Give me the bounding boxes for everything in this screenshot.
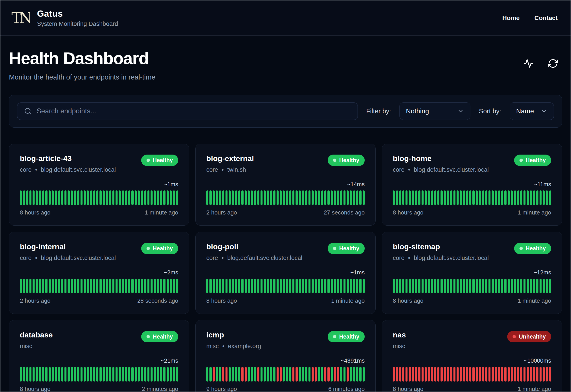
status-bar[interactable]: [23, 279, 25, 293]
status-bar[interactable]: [30, 367, 31, 381]
status-bar[interactable]: [74, 190, 76, 205]
status-bar[interactable]: [511, 367, 513, 381]
status-bar[interactable]: [406, 190, 407, 205]
status-bar[interactable]: [206, 367, 208, 381]
status-bar[interactable]: [393, 367, 395, 381]
status-bar[interactable]: [479, 279, 481, 293]
status-bar[interactable]: [26, 190, 28, 205]
endpoint-card[interactable]: icmp misc • example.org Healthy ~4391ms …: [195, 320, 376, 392]
status-bar[interactable]: [58, 190, 60, 205]
status-bar[interactable]: [80, 367, 83, 381]
status-bar[interactable]: [315, 190, 317, 205]
status-bar[interactable]: [96, 367, 98, 381]
status-bar[interactable]: [42, 279, 44, 293]
status-bar[interactable]: [444, 367, 446, 381]
status-bar[interactable]: [482, 279, 484, 293]
status-bar[interactable]: [434, 190, 436, 205]
status-bar[interactable]: [457, 190, 459, 205]
status-bar[interactable]: [440, 367, 443, 381]
status-bar[interactable]: [125, 190, 127, 205]
status-bar[interactable]: [100, 190, 102, 205]
status-bar[interactable]: [176, 190, 178, 205]
status-bar[interactable]: [453, 367, 455, 381]
status-bar[interactable]: [415, 279, 417, 293]
status-bar[interactable]: [77, 279, 79, 293]
status-bar[interactable]: [225, 367, 227, 381]
nav-link-home[interactable]: Home: [502, 14, 520, 22]
status-bar[interactable]: [141, 279, 143, 293]
status-bar[interactable]: [501, 279, 503, 293]
status-bar[interactable]: [444, 190, 446, 205]
status-bar[interactable]: [482, 190, 484, 205]
status-bar[interactable]: [160, 367, 162, 381]
status-bar[interactable]: [546, 190, 548, 205]
status-bar[interactable]: [96, 279, 98, 293]
search-input[interactable]: [37, 107, 351, 115]
status-bar[interactable]: [210, 190, 211, 205]
status-bar[interactable]: [469, 190, 471, 205]
status-bar[interactable]: [257, 367, 259, 381]
status-bar[interactable]: [428, 190, 430, 205]
status-bar[interactable]: [492, 190, 494, 205]
status-bar[interactable]: [64, 190, 66, 205]
status-bar[interactable]: [103, 279, 105, 293]
status-bar[interactable]: [131, 279, 133, 293]
status-bar[interactable]: [488, 190, 491, 205]
status-bar[interactable]: [305, 190, 307, 205]
status-bar[interactable]: [347, 190, 349, 205]
status-bar[interactable]: [498, 190, 500, 205]
status-bar[interactable]: [213, 190, 215, 205]
status-bar[interactable]: [77, 367, 79, 381]
status-bar[interactable]: [84, 367, 86, 381]
status-bar[interactable]: [36, 279, 38, 293]
status-bar[interactable]: [540, 190, 541, 205]
status-bar[interactable]: [450, 190, 452, 205]
status-bar[interactable]: [356, 367, 358, 381]
status-bar[interactable]: [32, 279, 35, 293]
status-bar[interactable]: [52, 279, 54, 293]
status-bar[interactable]: [476, 367, 478, 381]
status-bar[interactable]: [39, 190, 41, 205]
status-bar[interactable]: [393, 279, 395, 293]
status-bar[interactable]: [331, 279, 333, 293]
status-bar[interactable]: [517, 279, 519, 293]
status-bar[interactable]: [219, 279, 221, 293]
status-bar[interactable]: [292, 190, 294, 205]
status-bar[interactable]: [476, 190, 478, 205]
status-bar[interactable]: [334, 279, 336, 293]
status-bar[interactable]: [353, 190, 355, 205]
status-bar[interactable]: [536, 279, 538, 293]
status-bar[interactable]: [453, 279, 455, 293]
status-bar[interactable]: [87, 367, 89, 381]
status-bar[interactable]: [222, 279, 224, 293]
status-bar[interactable]: [527, 190, 529, 205]
status-bar[interactable]: [415, 367, 417, 381]
status-bar[interactable]: [340, 279, 342, 293]
status-bar[interactable]: [167, 190, 169, 205]
status-bar[interactable]: [359, 279, 361, 293]
status-bar[interactable]: [508, 190, 510, 205]
status-bar[interactable]: [20, 367, 22, 381]
status-bar[interactable]: [469, 367, 471, 381]
status-bar[interactable]: [241, 190, 243, 205]
status-bar[interactable]: [318, 367, 320, 381]
status-bar[interactable]: [58, 367, 60, 381]
status-bar[interactable]: [116, 279, 118, 293]
status-bar[interactable]: [315, 279, 317, 293]
status-bar[interactable]: [55, 279, 57, 293]
status-bar[interactable]: [460, 190, 462, 205]
status-bar[interactable]: [45, 367, 47, 381]
status-bar[interactable]: [283, 367, 285, 381]
status-bar[interactable]: [289, 190, 291, 205]
status-bar[interactable]: [425, 190, 427, 205]
status-bar[interactable]: [219, 367, 221, 381]
status-bar[interactable]: [530, 367, 532, 381]
status-bar[interactable]: [68, 279, 70, 293]
status-bar[interactable]: [511, 190, 513, 205]
status-bar[interactable]: [324, 367, 326, 381]
status-bar[interactable]: [32, 190, 35, 205]
status-bar[interactable]: [399, 367, 401, 381]
status-bar[interactable]: [356, 279, 358, 293]
status-bar[interactable]: [264, 367, 266, 381]
status-bar[interactable]: [546, 367, 548, 381]
